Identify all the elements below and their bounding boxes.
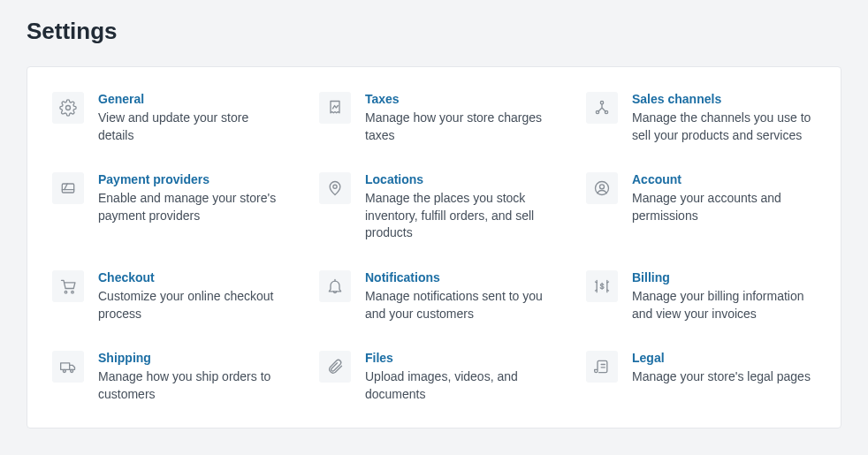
bell-icon [319, 270, 351, 302]
receipt-icon [319, 92, 351, 124]
truck-icon [52, 351, 84, 383]
settings-item-legal[interactable]: LegalManage your store's legal pages [586, 351, 816, 403]
item-title: Payment providers [98, 172, 282, 186]
settings-item-files[interactable]: FilesUpload images, videos, and document… [319, 351, 549, 403]
item-description: Manage how your store charges taxes [365, 110, 549, 144]
account-icon [586, 172, 618, 204]
item-description: Manage your accounts and permissions [632, 190, 816, 224]
item-title: Locations [365, 172, 549, 186]
item-description: View and update your store details [98, 110, 282, 144]
item-description: Customize your online checkout process [98, 288, 282, 322]
item-title: Shipping [98, 351, 282, 365]
item-title: Checkout [98, 270, 282, 284]
clip-icon [319, 351, 351, 383]
item-title: Legal [632, 351, 816, 365]
settings-item-checkout[interactable]: CheckoutCustomize your online checkout p… [52, 270, 282, 322]
settings-item-sales-channels[interactable]: Sales channelsManage the channels you us… [586, 92, 816, 144]
item-title: Taxes [365, 92, 549, 106]
scroll-icon [586, 351, 618, 383]
cart-icon [52, 270, 84, 302]
item-title: Billing [632, 270, 816, 284]
item-description: Manage the places you stock inventory, f… [365, 190, 549, 242]
item-description: Manage how you ship orders to customers [98, 368, 282, 403]
billing-icon [586, 270, 618, 302]
settings-item-account[interactable]: AccountManage your accounts and permissi… [586, 172, 816, 242]
settings-item-locations[interactable]: LocationsManage the places you stock inv… [319, 172, 549, 242]
item-title: General [98, 92, 282, 106]
item-title: Files [365, 351, 549, 365]
settings-item-shipping[interactable]: ShippingManage how you ship orders to cu… [52, 351, 282, 403]
channels-icon [586, 92, 618, 124]
settings-item-payment-providers[interactable]: Payment providersEnable and manage your … [52, 172, 282, 242]
item-title: Notifications [365, 270, 549, 284]
item-description: Manage the channels you use to sell your… [632, 110, 816, 144]
gear-icon [52, 92, 84, 124]
item-description: Manage notifications sent to you and you… [365, 288, 549, 322]
item-title: Account [632, 172, 816, 186]
settings-item-billing[interactable]: BillingManage your billing information a… [586, 270, 816, 322]
location-icon [319, 172, 351, 204]
item-description: Enable and manage your store's payment p… [98, 190, 282, 224]
item-title: Sales channels [632, 92, 816, 106]
item-description: Manage your billing information and view… [632, 288, 816, 322]
settings-item-notifications[interactable]: NotificationsManage notifications sent t… [319, 270, 549, 322]
page-title: Settings [0, 0, 868, 66]
settings-panel: GeneralView and update your store detail… [27, 66, 841, 428]
settings-item-general[interactable]: GeneralView and update your store detail… [52, 92, 282, 144]
card-icon [52, 172, 84, 204]
item-description: Upload images, videos, and documents [365, 368, 549, 403]
settings-item-taxes[interactable]: TaxesManage how your store charges taxes [319, 92, 549, 144]
item-description: Manage your store's legal pages [632, 368, 816, 386]
